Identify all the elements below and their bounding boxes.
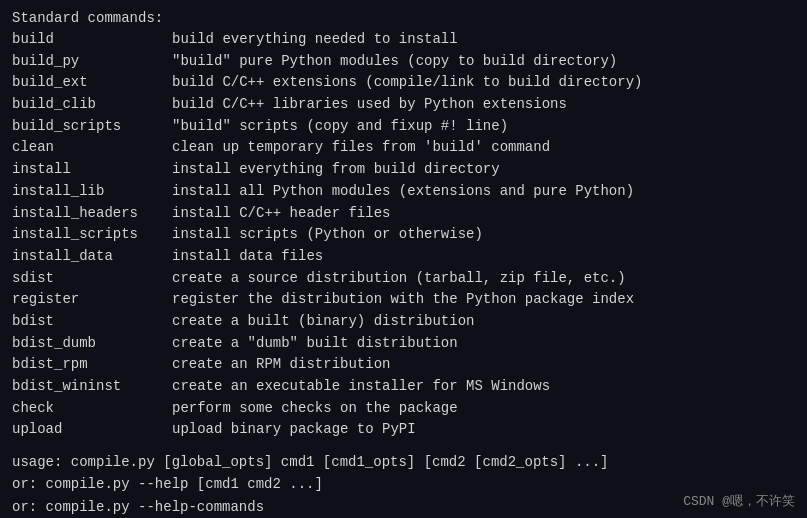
command-row: build_clibbuild C/C++ libraries used by … xyxy=(12,94,795,116)
command-name: register xyxy=(12,289,172,311)
command-row: install_scriptsinstall scripts (Python o… xyxy=(12,224,795,246)
command-desc: build C/C++ libraries used by Python ext… xyxy=(172,94,795,116)
command-desc: create a source distribution (tarball, z… xyxy=(172,268,795,290)
command-row: checkperform some checks on the package xyxy=(12,398,795,420)
command-name: build_clib xyxy=(12,94,172,116)
command-row: uploadupload binary package to PyPI xyxy=(12,419,795,441)
command-desc: create an executable installer for MS Wi… xyxy=(172,376,795,398)
command-name: install xyxy=(12,159,172,181)
command-desc: create a "dumb" built distribution xyxy=(172,333,795,355)
section-header: Standard commands: xyxy=(12,10,795,26)
command-row: registerregister the distribution with t… xyxy=(12,289,795,311)
command-desc: "build" scripts (copy and fixup #! line) xyxy=(172,116,795,138)
command-desc: install data files xyxy=(172,246,795,268)
command-name: install_scripts xyxy=(12,224,172,246)
command-name: bdist xyxy=(12,311,172,333)
command-desc: build C/C++ extensions (compile/link to … xyxy=(172,72,795,94)
command-row: build_extbuild C/C++ extensions (compile… xyxy=(12,72,795,94)
commands-container: buildbuild everything needed to installb… xyxy=(12,29,795,441)
command-row: install_libinstall all Python modules (e… xyxy=(12,181,795,203)
usage-line: usage: compile.py [global_opts] cmd1 [cm… xyxy=(12,451,795,473)
command-desc: upload binary package to PyPI xyxy=(172,419,795,441)
command-desc: build everything needed to install xyxy=(172,29,795,51)
command-name: upload xyxy=(12,419,172,441)
command-desc: perform some checks on the package xyxy=(172,398,795,420)
command-row: sdistcreate a source distribution (tarba… xyxy=(12,268,795,290)
usage-container: usage: compile.py [global_opts] cmd1 [cm… xyxy=(12,451,795,518)
command-name: bdist_dumb xyxy=(12,333,172,355)
command-name: check xyxy=(12,398,172,420)
usage-section: usage: compile.py [global_opts] cmd1 [cm… xyxy=(12,451,795,518)
command-name: build_py xyxy=(12,51,172,73)
commands-section: Standard commands: buildbuild everything… xyxy=(12,10,795,441)
command-desc: install scripts (Python or otherwise) xyxy=(172,224,795,246)
command-row: buildbuild everything needed to install xyxy=(12,29,795,51)
command-name: build_scripts xyxy=(12,116,172,138)
command-name: bdist_wininst xyxy=(12,376,172,398)
command-desc: register the distribution with the Pytho… xyxy=(172,289,795,311)
command-row: installinstall everything from build dir… xyxy=(12,159,795,181)
command-row: install_datainstall data files xyxy=(12,246,795,268)
command-desc: install C/C++ header files xyxy=(172,203,795,225)
command-row: build_scripts"build" scripts (copy and f… xyxy=(12,116,795,138)
command-row: bdist_rpmcreate an RPM distribution xyxy=(12,354,795,376)
command-name: build_ext xyxy=(12,72,172,94)
command-desc: "build" pure Python modules (copy to bui… xyxy=(172,51,795,73)
command-row: bdist_wininstcreate an executable instal… xyxy=(12,376,795,398)
command-name: clean xyxy=(12,137,172,159)
command-row: bdistcreate a built (binary) distributio… xyxy=(12,311,795,333)
command-name: bdist_rpm xyxy=(12,354,172,376)
command-desc: clean up temporary files from 'build' co… xyxy=(172,137,795,159)
command-name: install_headers xyxy=(12,203,172,225)
command-desc: install everything from build directory xyxy=(172,159,795,181)
usage-line: or: compile.py --help-commands xyxy=(12,496,795,518)
command-name: build xyxy=(12,29,172,51)
command-row: bdist_dumbcreate a "dumb" built distribu… xyxy=(12,333,795,355)
command-desc: create a built (binary) distribution xyxy=(172,311,795,333)
terminal-window: Standard commands: buildbuild everything… xyxy=(0,0,807,518)
command-desc: create an RPM distribution xyxy=(172,354,795,376)
command-row: cleanclean up temporary files from 'buil… xyxy=(12,137,795,159)
watermark: CSDN @嗯，不许笑 xyxy=(683,492,795,510)
usage-line: or: compile.py --help [cmd1 cmd2 ...] xyxy=(12,473,795,495)
command-desc: install all Python modules (extensions a… xyxy=(172,181,795,203)
command-name: sdist xyxy=(12,268,172,290)
command-row: build_py"build" pure Python modules (cop… xyxy=(12,51,795,73)
command-name: install_data xyxy=(12,246,172,268)
command-name: install_lib xyxy=(12,181,172,203)
command-row: install_headersinstall C/C++ header file… xyxy=(12,203,795,225)
